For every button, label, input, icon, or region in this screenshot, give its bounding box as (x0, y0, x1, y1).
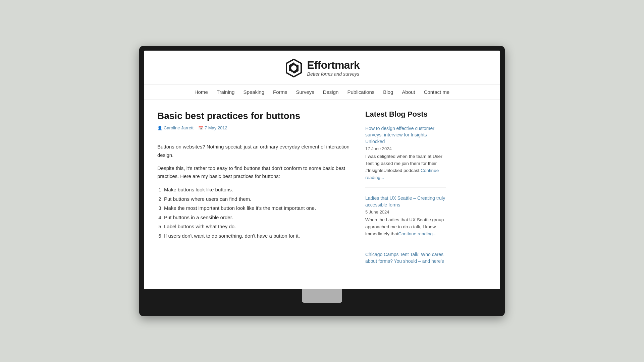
logo-text: Effortmark Better forms and surveys (307, 59, 360, 77)
blog-post-2-date: 5 June 2024 (365, 209, 446, 215)
svg-point-2 (291, 65, 297, 71)
calendar-icon: 📅 (198, 126, 203, 130)
article-para-1: Buttons on websites? Nothing special: ju… (157, 143, 352, 160)
blog-post-2-excerpt: When the Ladies that UX Seattle group ap… (365, 217, 446, 238)
blog-post-1: How to design effective customer surveys… (365, 125, 446, 188)
blog-post-1-continue[interactable]: Continue reading... (365, 168, 439, 180)
nav-contact[interactable]: Contact me (421, 88, 453, 96)
nav-blog[interactable]: Blog (380, 88, 396, 96)
logo-icon (284, 59, 303, 77)
list-item: Put buttons where users can find them. (164, 195, 352, 203)
list-item: Put buttons in a sensible order. (164, 213, 352, 222)
article-title: Basic best practices for buttons (157, 110, 352, 122)
article-para-2: Despite this, it's rather too easy to fi… (157, 164, 352, 181)
blog-post-2-link[interactable]: Ladies that UX Seattle – Creating truly … (365, 195, 446, 208)
author-link[interactable]: Caroline Jarrett (164, 125, 194, 130)
article-list: Make buttons look like buttons. Put butt… (164, 185, 352, 240)
blog-post-2: Ladies that UX Seattle – Creating truly … (365, 195, 446, 244)
sidebar-title: Latest Blog Posts (365, 110, 446, 119)
site-header: Effortmark Better forms and surveys (144, 51, 500, 84)
content-area: Basic best practices for buttons 👤 Carol… (144, 100, 500, 290)
sidebar: Latest Blog Posts How to design effectiv… (365, 110, 446, 280)
site-tagline: Better forms and surveys (307, 71, 360, 77)
nav-speaking[interactable]: Speaking (240, 88, 268, 96)
list-item: Make buttons look like buttons. (164, 185, 352, 194)
monitor-stand (302, 289, 342, 303)
nav-publications[interactable]: Publications (344, 88, 378, 96)
list-item: Make the most important button look like… (164, 204, 352, 213)
nav-home[interactable]: Home (191, 88, 211, 96)
blog-post-1-date: 17 June 2024 (365, 146, 446, 151)
blog-post-2-continue[interactable]: Continue reading... (398, 231, 436, 236)
nav-design[interactable]: Design (320, 88, 342, 96)
list-item: Label buttons with what they do. (164, 222, 352, 231)
article-author-meta: 👤 Caroline Jarrett (157, 125, 194, 130)
nav-training[interactable]: Training (213, 88, 238, 96)
blog-post-1-link[interactable]: How to design effective customer surveys… (365, 125, 446, 145)
article: Basic best practices for buttons 👤 Carol… (157, 110, 352, 280)
article-date-meta: 📅 7 May 2012 (198, 125, 227, 130)
logo[interactable]: Effortmark Better forms and surveys (284, 59, 360, 77)
list-item: If users don't want to do something, don… (164, 232, 352, 240)
blog-post-3-link[interactable]: Chicago Camps Tent Talk: Who cares about… (365, 251, 446, 264)
nav-forms[interactable]: Forms (270, 88, 291, 96)
article-meta: 👤 Caroline Jarrett 📅 7 May 2012 (157, 125, 352, 136)
blog-post-1-excerpt: I was delighted when the team at User Te… (365, 153, 446, 181)
main-nav: Home Training Speaking Forms Surveys Des… (144, 84, 500, 100)
author-icon: 👤 (157, 126, 162, 130)
date-link[interactable]: 7 May 2012 (205, 125, 227, 130)
nav-surveys[interactable]: Surveys (293, 88, 318, 96)
blog-post-3: Chicago Camps Tent Talk: Who cares about… (365, 251, 446, 272)
article-body: Buttons on websites? Nothing special: ju… (157, 143, 352, 240)
site-name: Effortmark (307, 59, 360, 71)
nav-about[interactable]: About (398, 88, 418, 96)
